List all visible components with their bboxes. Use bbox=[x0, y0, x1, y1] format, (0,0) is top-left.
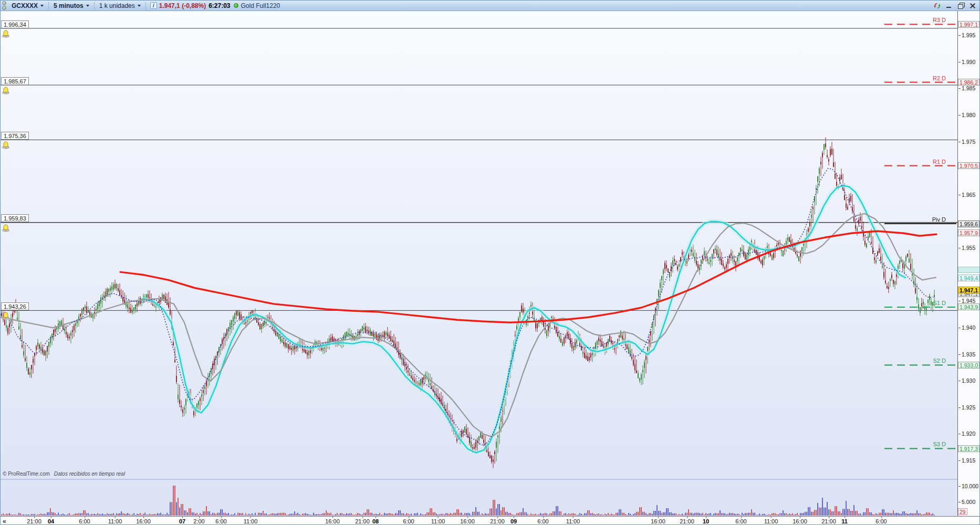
price-tick: 1.965 bbox=[962, 192, 975, 198]
pivot-value-label: 1.943,9 bbox=[958, 303, 979, 310]
alarm-bell-icon[interactable] bbox=[2, 224, 10, 232]
time-label: 21:00 bbox=[490, 518, 505, 524]
chart-canvas[interactable]: R3 DR2 DR1 DPiv DS1 DS2 DS3 D 1.996,341.… bbox=[1, 11, 957, 516]
time-label-day: 10 bbox=[703, 518, 709, 524]
close-button[interactable] bbox=[969, 3, 976, 9]
last-price-change: 1.947,1 (-0,88%) bbox=[159, 2, 206, 9]
copyright-note: © ProRealTime.comDatos recibidos en tiem… bbox=[3, 471, 125, 477]
time-label: 6:00 bbox=[79, 518, 90, 524]
time-label-day: 11 bbox=[841, 518, 848, 524]
pivot-label-r3-d: R3 D bbox=[933, 17, 946, 23]
price-tick: 1.995 bbox=[962, 32, 975, 38]
price-tick: 1.915 bbox=[962, 457, 975, 464]
price-tick: 1.940 bbox=[962, 324, 975, 331]
price-tick: 1.955 bbox=[962, 245, 975, 251]
divider bbox=[48, 2, 49, 9]
pivot-label-r2-d: R2 D bbox=[933, 75, 946, 81]
pivot-value-label: 1.970,5 bbox=[958, 162, 979, 169]
last-price-label: 1.947,1 bbox=[958, 287, 979, 293]
pivot-value-label: 1.917,3 bbox=[958, 445, 979, 452]
pivot-value-label: 1.959,6 bbox=[958, 220, 979, 227]
time-label: 11:00 bbox=[431, 518, 445, 524]
price-alarm-label[interactable]: 1.985,67 bbox=[1, 77, 29, 85]
price-axis[interactable]: 1.9951.9901.9851.9801.9751.9651.9551.945… bbox=[957, 11, 980, 516]
chart-toolbar: GCXXXX 5 minutos 1 k unidades i 1.947,1 … bbox=[1, 1, 979, 11]
chevron-down-icon bbox=[86, 5, 89, 7]
pivot-label-s2-d: S2 D bbox=[933, 358, 946, 364]
last-volume-label: 29 bbox=[958, 508, 967, 515]
time-label: 21:00 bbox=[355, 518, 370, 524]
time-label: 6:00 bbox=[537, 518, 548, 524]
time-label-day: 09 bbox=[510, 518, 517, 524]
time-label: 11:00 bbox=[566, 518, 580, 524]
info-icon[interactable]: i bbox=[150, 2, 157, 9]
divider bbox=[94, 2, 95, 9]
instrument-selector[interactable]: GCXXXX bbox=[8, 1, 47, 11]
pivot-value-label: 1.933,0 bbox=[958, 362, 979, 369]
scroll-left-button[interactable]: « bbox=[3, 518, 6, 525]
time-label-day: 04 bbox=[48, 518, 54, 524]
price-alarm-label[interactable]: 1.959,83 bbox=[1, 214, 29, 222]
time-label: 6:00 bbox=[403, 518, 414, 524]
time-label-day: 08 bbox=[372, 518, 379, 524]
time-label: 11:00 bbox=[108, 518, 122, 524]
time-label: 21:00 bbox=[821, 518, 836, 524]
time-label: 16:00 bbox=[460, 518, 475, 524]
price-alarm-label[interactable]: 1.996,34 bbox=[1, 20, 29, 28]
price-tick: 1.990 bbox=[962, 59, 975, 65]
alarm-bell-icon[interactable] bbox=[2, 29, 10, 38]
feed-name: Gold Full1220 bbox=[241, 2, 280, 9]
window-controls bbox=[933, 2, 979, 9]
feed-status-icon bbox=[234, 3, 238, 8]
session-clock: 6:27:03 bbox=[208, 2, 230, 9]
time-label: 2:00 bbox=[193, 518, 204, 524]
time-label: 11:00 bbox=[244, 518, 258, 524]
price-tick: 1.985 bbox=[962, 85, 975, 91]
red-ma-value-label: 1.957,9 bbox=[958, 229, 979, 236]
time-label: 6:00 bbox=[215, 518, 226, 524]
chevron-down-icon bbox=[40, 5, 44, 7]
price-tick: 1.935 bbox=[962, 351, 975, 358]
time-label-day: 07 bbox=[179, 518, 185, 524]
alarm-bell-icon[interactable] bbox=[2, 86, 10, 94]
units-label: 1 k unidades bbox=[99, 2, 135, 9]
pivot-value-label: 1.997,1 bbox=[958, 21, 979, 28]
price-tick: 1.920 bbox=[962, 430, 975, 437]
volume-tick: 10.000 bbox=[962, 483, 978, 489]
chevron-down-icon bbox=[138, 5, 141, 7]
price-tick: 1.925 bbox=[962, 404, 975, 411]
units-selector[interactable]: 1 k unidades bbox=[96, 1, 144, 11]
time-label: 21:00 bbox=[680, 518, 694, 524]
refresh-icon[interactable] bbox=[933, 2, 941, 9]
time-label: 16:00 bbox=[651, 518, 665, 524]
price-alarm-label[interactable]: 1.975,36 bbox=[1, 132, 29, 140]
volume-tick: 5.000 bbox=[962, 499, 975, 505]
time-label: 6:00 bbox=[875, 518, 887, 524]
pivot-label-piv-d: Piv D bbox=[932, 216, 946, 223]
pivot-label-s3-d: S3 D bbox=[933, 441, 946, 447]
restore-button[interactable] bbox=[957, 3, 964, 9]
minimize-button[interactable] bbox=[946, 3, 953, 9]
time-label: 16:00 bbox=[325, 518, 340, 524]
time-axis[interactable]: « 21:00046:0011:0016:00072:006:0011:0016… bbox=[1, 516, 980, 525]
time-label: 21:00 bbox=[27, 518, 41, 524]
alarm-bell-icon[interactable] bbox=[2, 311, 10, 320]
alarm-bell-icon[interactable] bbox=[2, 141, 10, 149]
price-alarm-label[interactable]: 1.943,26 bbox=[1, 302, 29, 310]
pivot-value-label: 1.986,2 bbox=[958, 79, 979, 86]
price-tick: 1.980 bbox=[962, 112, 975, 118]
pivot-label-s1-d: S1 D bbox=[933, 300, 946, 306]
timeframe-selector[interactable]: 5 minutos bbox=[50, 1, 93, 11]
time-label: 16:00 bbox=[793, 518, 807, 524]
time-label: 6:00 bbox=[735, 518, 746, 524]
app-window-icon bbox=[1, 1, 8, 10]
instrument-label: GCXXXX bbox=[12, 2, 38, 9]
time-label: 16:00 bbox=[136, 518, 151, 524]
price-tick: 1.930 bbox=[962, 377, 975, 384]
prorealtime-window: GCXXXX 5 minutos 1 k unidades i 1.947,1 … bbox=[0, 0, 980, 525]
cyan-ma-value-label: 1.949,4 bbox=[958, 275, 979, 281]
divider bbox=[145, 2, 146, 9]
price-tick: 1.975 bbox=[962, 139, 975, 145]
time-label: 11:00 bbox=[764, 518, 778, 524]
timeframe-label: 5 minutos bbox=[54, 2, 84, 9]
